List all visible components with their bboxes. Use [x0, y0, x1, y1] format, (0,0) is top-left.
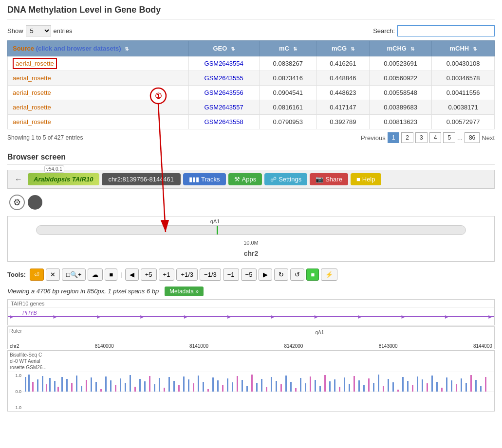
tool-green[interactable]: ■	[306, 269, 319, 281]
coord-button[interactable]: chr2:8139756-8144461	[102, 173, 181, 185]
svg-rect-46	[217, 380, 219, 392]
svg-rect-70	[334, 379, 335, 392]
svg-rect-98	[470, 375, 472, 392]
svg-rect-39	[183, 376, 185, 392]
sort-arrows-mcg[interactable]: ⇅	[351, 46, 354, 52]
share-button[interactable]: 📷 Share	[310, 173, 348, 185]
col-header-source[interactable]: Source (click and browser datasets) ⇅	[8, 41, 189, 56]
source-link-0[interactable]: aerial_rosette	[13, 58, 57, 69]
sort-arrows-source[interactable]: ⇅	[125, 46, 129, 52]
col-header-geo[interactable]: GEO ⇅	[188, 41, 259, 56]
cell-mchg-2: 0.00558548	[369, 86, 432, 100]
bisulfite-track: Bisulfite-Seq Col-0 WT Aerialrosette GSM…	[7, 350, 495, 412]
tool-left[interactable]: ◀	[125, 269, 139, 281]
page-btn-5[interactable]: 5	[443, 132, 455, 143]
cell-mc-2: 0.0904541	[259, 86, 316, 100]
entries-select[interactable]: 5 10 25 50 100	[26, 25, 51, 36]
settings-button[interactable]: ☍ Settings	[264, 173, 307, 185]
tool-select[interactable]: ✕	[46, 269, 60, 281]
chrom-region-label: qA1	[210, 218, 220, 224]
svg-rect-87	[417, 376, 418, 392]
source-link-1[interactable]: aerial_rosette	[13, 74, 51, 82]
col-header-mc[interactable]: mC ⇅	[259, 41, 316, 56]
showing-info: Showing 1 to 5 of 427 entries	[7, 134, 83, 141]
tool-weather[interactable]: ☁	[88, 269, 103, 281]
tool-sep-1: |	[120, 271, 122, 278]
svg-rect-30	[139, 379, 141, 392]
tool-redo[interactable]: ↺	[290, 269, 304, 281]
sort-arrows-geo[interactable]: ⇅	[231, 46, 235, 52]
entries-label: entries	[54, 27, 73, 35]
svg-rect-68	[324, 375, 326, 392]
tool-right[interactable]: ▶	[259, 269, 272, 281]
cell-mcg-3: 0.417147	[316, 100, 369, 115]
page-btn-2[interactable]: 2	[401, 132, 413, 143]
tool-box[interactable]: ■	[105, 269, 117, 281]
col-header-mcg[interactable]: mCG ⇅	[316, 41, 369, 56]
cell-geo-3: GSM2643557	[188, 100, 259, 115]
geo-link-3[interactable]: GSM2643557	[205, 104, 243, 111]
apps-button[interactable]: ⚒ Apps	[228, 173, 262, 185]
svg-rect-93	[446, 377, 447, 392]
source-link-4[interactable]: aerial_rosette	[13, 118, 51, 125]
tool-plus1[interactable]: +1	[159, 269, 175, 281]
species-icon-dark[interactable]	[28, 195, 42, 210]
version-badge: v54.0.1	[44, 165, 64, 173]
tool-minus1-3[interactable]: −1/3	[200, 269, 221, 281]
genome-button[interactable]: Arabidopsis TAIR10	[28, 173, 99, 185]
tracks-button[interactable]: ▮▮▮ Tracks	[183, 173, 226, 185]
arrow-6: ►	[226, 313, 232, 320]
prev-label: Previous	[361, 134, 386, 142]
browser-toolbar: v54.0.1 ← Arabidopsis TAIR10 chr2:813975…	[7, 170, 495, 189]
svg-rect-5	[25, 377, 26, 392]
page-btn-3[interactable]: 3	[415, 132, 428, 143]
species-icon-gear[interactable]: ⚙	[9, 195, 25, 210]
page-btn-1[interactable]: 1	[388, 132, 400, 143]
table-row: aerial_rosetteGSM26435560.09045410.44862…	[8, 86, 495, 100]
search-input[interactable]	[397, 25, 495, 36]
tool-plus5[interactable]: +5	[141, 269, 157, 281]
page-btn-86[interactable]: 86	[465, 132, 480, 143]
geo-link-4[interactable]: GSM2643558	[205, 118, 243, 125]
col-header-mchh[interactable]: mCHH ⇅	[432, 41, 495, 56]
geo-link-0[interactable]: GSM2643554	[205, 60, 243, 67]
geo-link-2[interactable]: GSM2643556	[205, 89, 243, 96]
svg-rect-18	[81, 386, 82, 392]
geo-link-1[interactable]: GSM2643555	[205, 74, 243, 82]
sort-arrows-mc[interactable]: ⇅	[293, 46, 297, 52]
svg-rect-37	[173, 381, 175, 392]
svg-rect-59	[280, 384, 282, 392]
tool-hand[interactable]: ⏎	[30, 269, 44, 281]
cell-mcg-1: 0.448846	[316, 71, 369, 86]
svg-rect-73	[349, 384, 350, 392]
tool-minus5[interactable]: −5	[241, 269, 257, 281]
svg-rect-85	[407, 381, 409, 392]
help-button[interactable]: ■ Help	[351, 173, 381, 185]
source-link-2[interactable]: aerial_rosette	[13, 89, 51, 96]
source-link-3[interactable]: aerial_rosette	[13, 104, 51, 111]
source-header-text: Source	[13, 45, 36, 52]
svg-rect-77	[368, 378, 370, 392]
svg-rect-69	[329, 381, 331, 392]
tool-undo[interactable]: ↻	[274, 269, 288, 281]
col-header-mchg[interactable]: mCHG ⇅	[369, 41, 432, 56]
table-row: aerial_rosetteGSM26435550.08734160.44884…	[8, 71, 495, 86]
bisulfite-body: 1.0 0.0 1.0	[8, 372, 494, 411]
tool-lightning[interactable]: ⚡	[321, 269, 337, 281]
svg-rect-95	[456, 384, 457, 392]
svg-rect-33	[154, 384, 155, 392]
show-label: Show	[7, 27, 23, 35]
sort-arrows-mchg[interactable]: ⇅	[410, 46, 414, 52]
page-btn-4[interactable]: 4	[429, 132, 442, 143]
sort-arrows-mchh[interactable]: ⇅	[473, 46, 477, 52]
tool-minus1[interactable]: −1	[223, 269, 239, 281]
svg-rect-20	[91, 377, 92, 392]
tool-zoom-region[interactable]: □🔍+	[62, 269, 86, 281]
cell-geo-1: GSM2643555	[188, 71, 259, 86]
metadata-button[interactable]: Metadata »	[165, 287, 204, 296]
back-button[interactable]: ←	[12, 174, 25, 185]
tool-plus1-3[interactable]: +1/3	[176, 269, 198, 281]
arrow-5: ►	[183, 313, 188, 320]
chrom-name: chr2	[12, 250, 490, 257]
svg-rect-15	[66, 379, 68, 392]
